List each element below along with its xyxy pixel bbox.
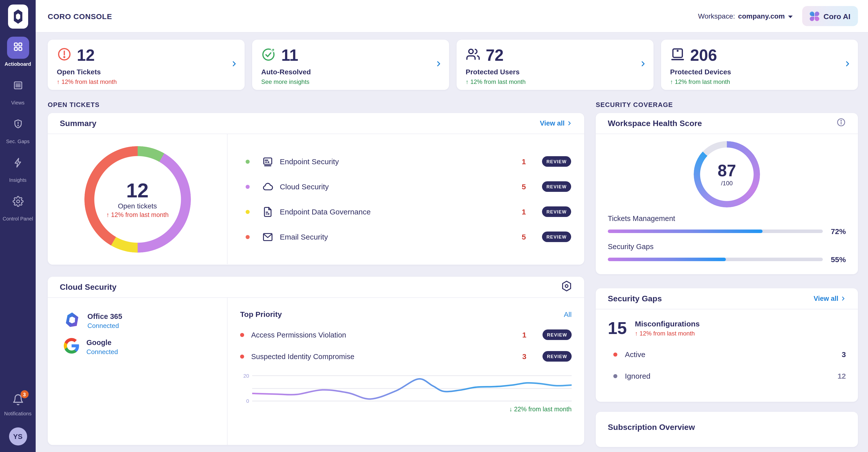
ticket-list: Endpoint Security 1 REVIEW Cloud S	[227, 134, 584, 264]
cloud-security-title: Cloud Security	[60, 283, 117, 292]
caret-down-icon	[788, 11, 794, 21]
stat-value: 72	[486, 47, 503, 63]
stat-label: Auto-Resolved	[261, 68, 440, 76]
notifications-label: Notifications	[4, 411, 32, 416]
stat-card-open-tickets[interactable]: 12 Open Tickets ↑ 12% from last month	[48, 40, 245, 90]
notifications-button[interactable]: 3	[12, 394, 24, 408]
stat-sub: ↑ 12% from last month	[466, 78, 645, 85]
coverage-bar-tickets-management: Tickets Management 72%	[608, 215, 846, 235]
app-status-link[interactable]: Connected	[87, 322, 122, 329]
summary-view-all-link[interactable]: View all	[540, 120, 572, 127]
priority-label: Access Permissions Violation	[251, 331, 346, 339]
workspace-selector[interactable]: Workspace: company.com	[698, 11, 794, 21]
y-axis-tick: 0	[240, 398, 249, 404]
review-button[interactable]: REVIEW	[542, 231, 571, 242]
alert-dot	[240, 333, 244, 337]
document-icon	[262, 206, 274, 218]
review-button[interactable]: REVIEW	[542, 351, 571, 362]
ticket-count: 5	[522, 232, 526, 241]
misconfigurations-delta: ↑ 12% from last month	[635, 330, 700, 337]
stat-cards-row: 12 Open Tickets ↑ 12% from last month 11	[48, 40, 858, 90]
app-root: Actioboard Views Sec. Gaps Insights	[0, 0, 868, 452]
chevron-right-icon	[567, 121, 572, 126]
sidebar-item-actioboard[interactable]: Actioboard	[0, 37, 36, 67]
coro-ai-button[interactable]: Coro AI	[802, 6, 858, 26]
status-dot	[246, 235, 250, 239]
check-sparkle-icon	[261, 47, 276, 64]
bar-value: 72%	[823, 227, 846, 235]
subscription-title: Subscription Overview	[608, 423, 695, 431]
lightning-icon	[12, 157, 23, 170]
workspace-health-card: Workspace Health Score 87	[596, 113, 858, 274]
bar-label: Tickets Management	[608, 215, 846, 223]
misconfigurations-label: Misconfigurations	[635, 319, 700, 328]
gap-row-ignored: Ignored 12	[608, 372, 846, 380]
priority-row-access-permissions: Access Permissions Violation 1 REVIEW	[240, 329, 571, 340]
stat-value: 206	[690, 47, 717, 63]
health-score-suffix: /100	[721, 180, 733, 187]
gap-label: Active	[625, 350, 646, 359]
review-button[interactable]: REVIEW	[542, 206, 571, 217]
gap-value: 12	[838, 372, 846, 380]
chevron-right-icon[interactable]	[230, 60, 238, 69]
chevron-right-icon[interactable]	[640, 60, 647, 69]
stat-sub: ↑ 12% from last month	[57, 78, 236, 85]
stat-sub: ↑ 12% from last month	[670, 78, 849, 85]
donut-label: Open tickets	[118, 202, 157, 210]
cloud-security-card: Cloud Security	[48, 277, 584, 445]
review-button[interactable]: REVIEW	[542, 181, 571, 192]
priority-label: Suspected Identity Compromise	[251, 352, 354, 360]
stat-card-protected-users[interactable]: 72 Protected Users ↑ 12% from last month	[457, 40, 653, 90]
review-button[interactable]: REVIEW	[542, 156, 571, 167]
health-title: Workspace Health Score	[608, 119, 702, 128]
chevron-right-icon	[840, 296, 846, 301]
chevron-right-icon[interactable]	[844, 60, 851, 69]
status-dot	[246, 159, 250, 163]
sidebar-bottom: 3 Notifications YS	[0, 394, 36, 452]
info-icon[interactable]	[836, 118, 846, 129]
chevron-right-icon[interactable]	[435, 60, 442, 69]
security-gaps-view-all-link[interactable]: View all	[813, 295, 846, 302]
avatar[interactable]: YS	[9, 427, 27, 446]
ticket-count: 5	[522, 182, 526, 191]
device-icon	[670, 47, 685, 64]
list-icon	[12, 80, 23, 93]
alert-circle-icon	[57, 47, 72, 64]
stat-card-protected-devices[interactable]: 206 Protected Devices ↑ 12% from last mo…	[661, 40, 858, 90]
notifications-badge: 3	[20, 390, 28, 398]
main-area: CORO CONSOLE Workspace: company.com Coro…	[36, 0, 868, 452]
endpoint-icon	[262, 155, 274, 167]
status-dot	[613, 374, 617, 378]
sidebar-item-views[interactable]: Views	[0, 75, 36, 105]
ticket-row-endpoint-security: Endpoint Security 1 REVIEW	[246, 155, 571, 167]
y-axis-tick: 20	[240, 373, 249, 379]
donut-total: 12	[126, 180, 149, 201]
top-priority-panel: Top Priority All Access Permissions Viol…	[227, 298, 584, 445]
review-button[interactable]: REVIEW	[542, 329, 571, 340]
sidebar-item-control-panel[interactable]: Control Panel	[0, 191, 36, 222]
sidebar-item-sec-gaps[interactable]: Sec. Gaps	[0, 114, 36, 144]
stat-value: 12	[77, 47, 95, 63]
app-status-link[interactable]: Connected	[86, 348, 118, 355]
status-dot	[246, 185, 250, 189]
stat-card-auto-resolved[interactable]: 11 Auto-Resolved See more insights	[252, 40, 449, 90]
health-score: 87	[718, 162, 736, 179]
gap-value: 3	[842, 350, 846, 359]
google-icon	[64, 338, 80, 356]
sidebar-item-label: Insights	[9, 177, 27, 183]
status-dot	[613, 352, 617, 356]
gap-label: Ignored	[625, 372, 651, 380]
top-priority-all-link[interactable]: All	[564, 310, 571, 318]
stat-label: Protected Users	[466, 68, 645, 76]
subscription-overview-card: Subscription Overview	[596, 412, 858, 447]
gap-row-active: Active 3	[608, 350, 846, 359]
stat-sub-link[interactable]: See more insights	[261, 78, 440, 85]
shield-alert-icon	[12, 119, 23, 132]
app-name: Office 365	[87, 312, 122, 320]
coro-logo[interactable]	[8, 4, 28, 29]
ticket-count: 1	[522, 157, 526, 166]
office365-icon	[64, 311, 81, 330]
hexagon-settings-icon[interactable]	[561, 280, 572, 294]
sidebar-item-insights[interactable]: Insights	[0, 153, 36, 183]
envelope-icon	[262, 231, 274, 243]
